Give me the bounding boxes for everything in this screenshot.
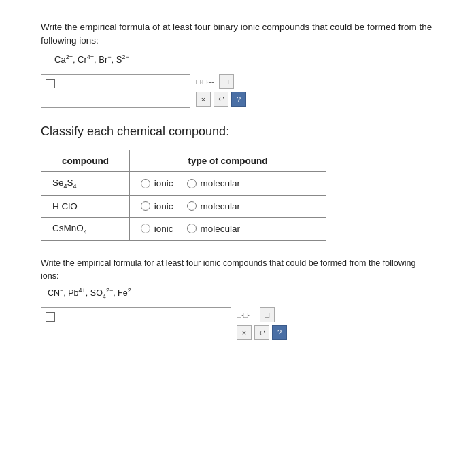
table-header-row: compound type of compound bbox=[41, 150, 326, 171]
toolbar-2: □·□·-- □ × ↩ ? bbox=[237, 307, 287, 340]
col-header-type: type of compound bbox=[129, 150, 326, 171]
molecular-label-3: molecular bbox=[201, 224, 241, 234]
radio-group-1: ionic molecular bbox=[141, 178, 315, 188]
ionic-radio-2[interactable]: ionic bbox=[141, 201, 173, 211]
compound-cell-2: H ClO bbox=[41, 195, 130, 217]
radio-circle-molecular-3 bbox=[187, 224, 197, 233]
question2-text: Write the empirical formula for at least… bbox=[41, 257, 435, 283]
ions2-display: CN−, Pb4+, SO42−, Fe2+ bbox=[48, 287, 435, 300]
toolbar-row-bottom-1: × ↩ ? bbox=[196, 92, 246, 107]
undo-btn-2[interactable]: ↩ bbox=[254, 325, 269, 340]
clear-btn-1[interactable]: × bbox=[196, 92, 211, 107]
type-cell-2: ionic molecular bbox=[129, 195, 326, 217]
help-btn-2[interactable]: ? bbox=[272, 325, 287, 340]
input-area-1: □·□·-- □ × ↩ ? bbox=[41, 74, 435, 108]
formula-icons-2: □·□·-- bbox=[237, 311, 257, 319]
compound-cell-3: CsMnO4 bbox=[41, 217, 130, 241]
input-area-2: □·□·-- □ × ↩ ? bbox=[41, 307, 435, 341]
molecular-radio-2[interactable]: molecular bbox=[187, 201, 241, 211]
radio-circle-molecular-1 bbox=[187, 179, 197, 188]
molecular-label-1: molecular bbox=[201, 178, 241, 188]
toolbar-1: □·□·-- □ × ↩ ? bbox=[196, 74, 246, 107]
radio-group-2: ionic molecular bbox=[141, 201, 315, 211]
help-btn-1[interactable]: ? bbox=[231, 92, 246, 107]
radio-circle-ionic-1 bbox=[141, 179, 150, 188]
classify-section: Classify each chemical compound: compoun… bbox=[41, 124, 435, 241]
type-cell-3: ionic molecular bbox=[129, 217, 326, 241]
ionic-label-2: ionic bbox=[154, 201, 173, 211]
classify-table: compound type of compound Se4S4 ionic bbox=[41, 150, 326, 241]
clear-btn-2[interactable]: × bbox=[237, 325, 252, 340]
section2: Write the empirical formula for at least… bbox=[41, 257, 435, 341]
classify-heading: Classify each chemical compound: bbox=[41, 124, 435, 139]
radio-circle-ionic-3 bbox=[141, 224, 150, 233]
molecular-radio-3[interactable]: molecular bbox=[187, 224, 241, 234]
checkbox-placeholder-1 bbox=[46, 79, 55, 88]
formula-hclo: H ClO bbox=[52, 201, 78, 211]
radio-circle-ionic-2 bbox=[141, 201, 150, 211]
formula-icon-btn-2[interactable]: □ bbox=[260, 307, 275, 322]
toolbar-row-top-2: □·□·-- □ bbox=[237, 307, 287, 322]
section1: Write the empirical formula of at least … bbox=[41, 20, 435, 108]
formula-csmno4: CsMnO4 bbox=[52, 223, 87, 233]
formula-se4s4: Se4S4 bbox=[52, 177, 77, 188]
question1-text: Write the empirical formula of at least … bbox=[41, 20, 435, 48]
toolbar-row-top-1: □·□·-- □ bbox=[196, 74, 246, 89]
answer-input-1[interactable] bbox=[41, 74, 190, 108]
col-header-compound: compound bbox=[41, 150, 130, 171]
ionic-label-3: ionic bbox=[154, 224, 173, 234]
ionic-label-1: ionic bbox=[154, 178, 173, 188]
answer-input-2[interactable] bbox=[41, 307, 231, 341]
table-row: Se4S4 ionic molecular bbox=[41, 171, 326, 195]
formula-icons-1: □·□·-- bbox=[196, 78, 216, 86]
formula-icon-btn-1[interactable]: □ bbox=[219, 74, 234, 89]
ions1-display: Ca2+, Cr4+, Br−, S2− bbox=[54, 54, 435, 65]
table-row: CsMnO4 ionic molecular bbox=[41, 217, 326, 241]
ionic-radio-1[interactable]: ionic bbox=[141, 178, 173, 188]
ionic-radio-3[interactable]: ionic bbox=[141, 224, 173, 234]
molecular-label-2: molecular bbox=[201, 201, 241, 211]
radio-group-3: ionic molecular bbox=[141, 224, 315, 234]
table-row: H ClO ionic molecular bbox=[41, 195, 326, 217]
type-cell-1: ionic molecular bbox=[129, 171, 326, 195]
undo-btn-1[interactable]: ↩ bbox=[214, 92, 228, 107]
compound-cell-1: Se4S4 bbox=[41, 171, 130, 195]
molecular-radio-1[interactable]: molecular bbox=[187, 178, 241, 188]
toolbar-row-bottom-2: × ↩ ? bbox=[237, 325, 287, 340]
checkbox-placeholder-2 bbox=[46, 312, 55, 322]
radio-circle-molecular-2 bbox=[187, 201, 197, 211]
